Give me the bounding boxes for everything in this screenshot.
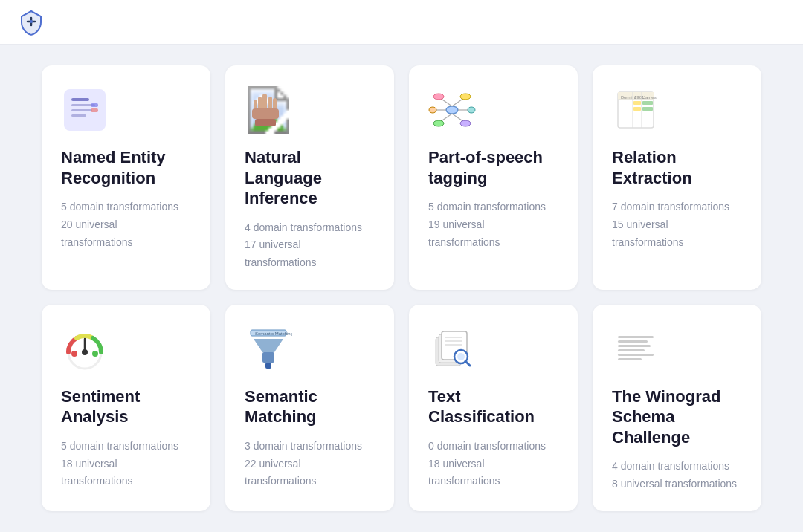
- card-tc[interactable]: Text Classification 0 domain transformat…: [409, 305, 578, 511]
- svg-text:James: James: [643, 95, 657, 100]
- card-title-ner: Named Entity Recognition: [61, 147, 191, 188]
- universal-count-sa: 18 universal transformations: [61, 458, 132, 487]
- svg-rect-65: [618, 358, 642, 360]
- domain-count-sa: 5 domain transformations: [61, 440, 178, 452]
- svg-marker-48: [254, 339, 283, 352]
- svg-rect-63: [618, 349, 645, 351]
- card-re[interactable]: Born in 1961 James Relation Extraction 7…: [593, 65, 761, 290]
- svg-point-15: [446, 106, 458, 114]
- svg-rect-8: [262, 94, 267, 110]
- svg-rect-40: [642, 107, 653, 111]
- domain-count-sm: 3 domain transformations: [245, 440, 362, 452]
- card-image-nli: [245, 86, 292, 134]
- svg-point-21: [433, 120, 444, 126]
- domain-count-ner: 5 domain transformations: [61, 201, 178, 213]
- svg-point-43: [82, 349, 88, 355]
- card-meta-tc: 0 domain transformations 18 universal tr…: [428, 438, 558, 490]
- svg-rect-39: [633, 107, 641, 111]
- domain-count-nli: 4 domain transformations: [245, 221, 362, 233]
- svg-rect-64: [618, 354, 654, 356]
- card-title-sm: Semantic Matching: [245, 386, 375, 427]
- universal-count-pos: 19 universal transformations: [428, 218, 500, 248]
- svg-point-17: [433, 94, 444, 100]
- header: [0, 0, 803, 45]
- logo-icon: [18, 9, 45, 36]
- svg-rect-2: [71, 98, 89, 101]
- card-grid: Named Entity Recognition 5 domain transf…: [42, 65, 761, 511]
- card-meta-sa: 5 domain transformations 18 universal tr…: [61, 438, 191, 490]
- svg-rect-50: [265, 363, 271, 369]
- svg-rect-13: [252, 108, 279, 119]
- svg-point-58: [457, 353, 465, 360]
- svg-point-25: [429, 107, 436, 113]
- universal-count-ner: 20 universal transformations: [61, 218, 132, 248]
- svg-rect-5: [71, 114, 86, 117]
- domain-count-pos: 5 domain transformations: [428, 201, 546, 213]
- card-nli[interactable]: Natural Language Inference 4 domain tran…: [225, 65, 394, 290]
- card-ner[interactable]: Named Entity Recognition 5 domain transf…: [42, 65, 210, 290]
- svg-rect-6: [91, 103, 98, 107]
- svg-point-23: [460, 120, 471, 126]
- card-meta-re: 7 domain transformations 15 universal tr…: [612, 198, 742, 251]
- svg-point-27: [468, 107, 475, 113]
- card-title-re: Relation Extraction: [612, 147, 742, 188]
- card-sm[interactable]: Semantic Matching Semantic Matching 3 do…: [225, 305, 394, 511]
- svg-rect-60: [618, 336, 654, 338]
- card-meta-ner: 5 domain transformations 20 universal tr…: [61, 198, 191, 251]
- card-wsc[interactable]: The Winograd Schema Challenge 4 domain t…: [593, 305, 761, 511]
- main-content: Named Entity Recognition 5 domain transf…: [0, 45, 803, 532]
- card-meta-nli: 4 domain transformations 17 universal tr…: [245, 219, 375, 272]
- svg-point-45: [92, 351, 98, 357]
- card-image-sa: [61, 325, 109, 373]
- svg-text:Semantic Matching: Semantic Matching: [255, 331, 292, 336]
- svg-rect-49: [262, 352, 274, 363]
- svg-rect-61: [618, 340, 648, 343]
- card-meta-wsc: 4 domain transformations 8 universal tra…: [612, 458, 742, 493]
- svg-rect-4: [71, 109, 92, 111]
- domain-count-tc: 0 domain transformations: [428, 440, 546, 452]
- svg-rect-9: [268, 97, 272, 110]
- card-image-ner: [61, 86, 109, 134]
- universal-count-tc: 18 universal transformations: [428, 458, 500, 487]
- svg-point-44: [71, 351, 77, 357]
- card-image-re: Born in 1961 James: [612, 86, 660, 134]
- card-title-nli: Natural Language Inference: [245, 147, 375, 209]
- card-sa[interactable]: Sentiment Analysis 5 domain transformati…: [42, 305, 210, 511]
- svg-point-19: [460, 94, 471, 100]
- universal-count-nli: 17 universal transformations: [245, 239, 316, 268]
- card-image-wsc: [612, 325, 660, 373]
- domain-count-re: 7 domain transformations: [612, 201, 729, 213]
- universal-count-re: 15 universal transformations: [612, 218, 683, 248]
- universal-count-wsc: 8 universal transformations: [612, 478, 737, 490]
- svg-rect-14: [255, 119, 276, 126]
- card-title-tc: Text Classification: [428, 386, 558, 427]
- svg-rect-10: [273, 98, 277, 110]
- svg-rect-12: [254, 100, 257, 110]
- domain-count-wsc: 4 domain transformations: [612, 460, 729, 472]
- card-image-sm: Semantic Matching: [245, 325, 292, 373]
- svg-line-59: [465, 361, 470, 366]
- svg-point-0: [30, 20, 33, 23]
- svg-rect-38: [642, 101, 653, 105]
- card-meta-pos: 5 domain transformations 19 universal tr…: [428, 198, 558, 251]
- svg-rect-37: [633, 101, 641, 105]
- card-title-wsc: The Winograd Schema Challenge: [612, 386, 742, 448]
- universal-count-sm: 22 universal transformations: [245, 458, 316, 487]
- card-title-pos: Part-of-speech tagging: [428, 147, 558, 188]
- card-image-pos: [428, 86, 476, 134]
- card-pos[interactable]: Part-of-speech tagging 5 domain transfor…: [409, 65, 578, 290]
- svg-rect-7: [91, 108, 98, 112]
- card-meta-sm: 3 domain transformations 22 universal tr…: [245, 438, 375, 490]
- card-image-tc: [428, 325, 476, 373]
- card-title-sa: Sentiment Analysis: [61, 386, 191, 427]
- svg-rect-11: [258, 97, 262, 110]
- logo[interactable]: [18, 9, 51, 36]
- svg-rect-62: [618, 345, 651, 347]
